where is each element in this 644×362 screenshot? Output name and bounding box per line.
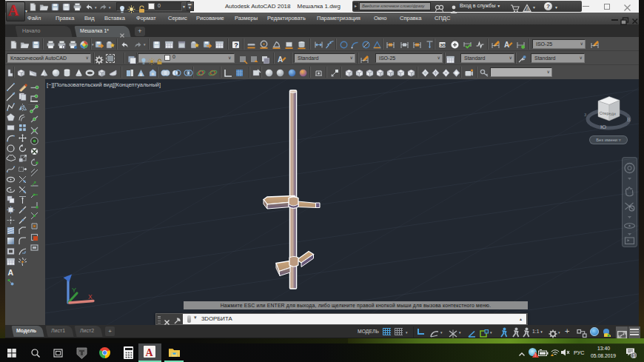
svg-text:A: A [8, 267, 14, 276]
svg-text:?: ? [234, 41, 238, 49]
svg-text:A: A [278, 56, 283, 64]
svg-text:A: A [8, 2, 19, 19]
svg-text:Ю: Ю [600, 124, 606, 130]
svg-text:Спереди: Спереди [599, 111, 616, 116]
svg-text:3D: 3D [440, 43, 446, 47]
svg-text:A: A [146, 347, 154, 358]
svg-text:!: ! [551, 352, 552, 356]
svg-text:!: ! [534, 352, 536, 358]
svg-text:A: A [504, 41, 509, 49]
svg-text:В: В [627, 117, 631, 122]
svg-text:з: з [584, 112, 586, 117]
svg-text:Y: Y [72, 286, 76, 294]
svg-text:A: A [526, 7, 529, 12]
svg-text:X: X [88, 293, 93, 301]
svg-text:1: 1 [633, 353, 636, 358]
